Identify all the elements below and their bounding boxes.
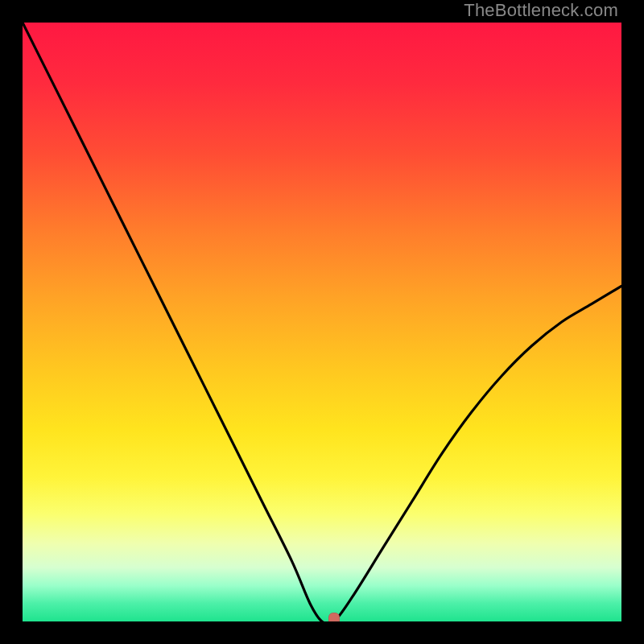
- curve-path: [23, 23, 621, 621]
- watermark-text: TheBottleneck.com: [464, 0, 618, 21]
- plot-area: [23, 23, 621, 621]
- bottleneck-curve: [23, 23, 621, 621]
- chart-frame: TheBottleneck.com: [0, 0, 644, 644]
- optimal-point-marker: [328, 613, 340, 621]
